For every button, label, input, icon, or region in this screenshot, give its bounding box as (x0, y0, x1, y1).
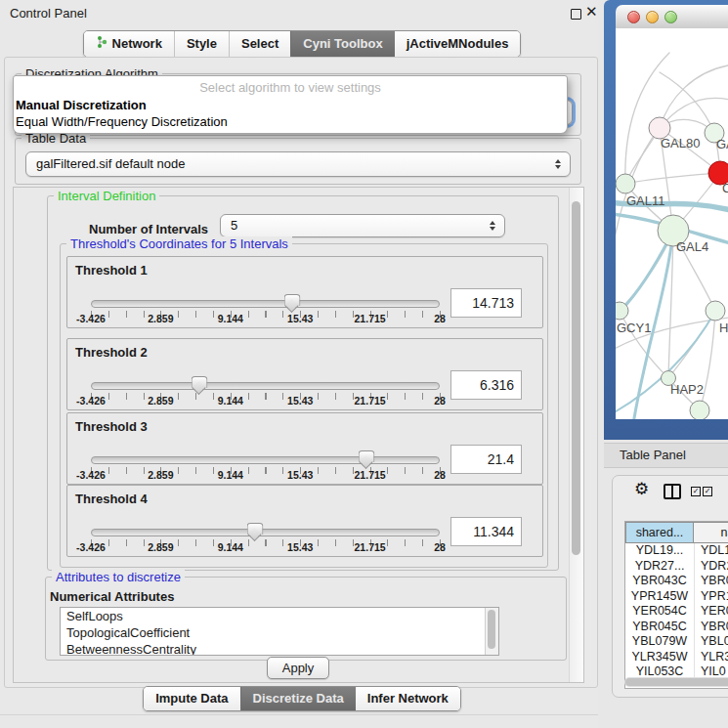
threshold-value-field[interactable]: 11.344 (450, 517, 522, 546)
slider-thumb[interactable] (191, 376, 207, 388)
settings-scrollbar[interactable] (569, 188, 583, 682)
tick-label: 28 (434, 541, 446, 553)
cell[interactable]: YER0 (694, 604, 728, 620)
number-of-intervals-combobox[interactable]: 5 (220, 214, 505, 237)
slider-thumb[interactable] (283, 294, 300, 306)
scrollbar-thumb[interactable] (488, 610, 495, 649)
threshold-2-panel: Threshold 2 -3.426 2.859 9.144 15.43 21.… (66, 338, 543, 410)
network-canvas[interactable]: GAL80 GA C GAL11 GAL4 GCY1 H HAP2 (616, 28, 728, 419)
cell[interactable]: YBR043C (625, 574, 694, 589)
table-row[interactable]: YLR345WYLR3 (625, 650, 728, 665)
cell[interactable]: YPR145W (625, 589, 694, 605)
slider-track[interactable] (91, 529, 440, 536)
list-item[interactable]: BetweennessCentrality (61, 641, 498, 656)
checkbox-icon[interactable]: ✓ (703, 487, 712, 496)
combo-arrows-icon (490, 221, 495, 231)
zoom-traffic-light[interactable] (664, 11, 677, 23)
cell[interactable]: YLR3 (694, 650, 728, 665)
cell[interactable]: YPR1 (694, 589, 728, 605)
number-of-intervals-value: 5 (231, 218, 237, 233)
cell[interactable]: YLR345W (625, 650, 694, 665)
tab-jactivemnodules[interactable]: jActiveMNodules (395, 31, 521, 57)
slider-thumb[interactable] (359, 450, 375, 462)
checkbox-icon[interactable]: ✓ (691, 487, 701, 496)
table-row[interactable]: YER054CYER0 (625, 604, 728, 620)
slider-track[interactable] (91, 300, 440, 308)
tab-label: Select (241, 36, 278, 51)
tab-label: jActiveMNodules (407, 36, 509, 51)
threshold-1-panel: Threshold 1 -3.426 2.859 9.144 15.43 21.… (66, 256, 543, 328)
column-header-name[interactable]: na (694, 522, 728, 543)
threshold-value-field[interactable]: 21.4 (450, 445, 522, 474)
table-row[interactable]: YPR145WYPR1 (625, 589, 728, 605)
slider-track[interactable] (91, 382, 440, 390)
threshold-3-panel: Threshold 3 -3.426 2.859 9.144 15.43 21.… (66, 412, 543, 485)
tab-impute-data[interactable]: Impute Data (144, 687, 239, 710)
tick-label: 9.144 (218, 313, 243, 324)
minimize-traffic-light[interactable] (646, 11, 659, 23)
slider-thumb[interactable] (246, 523, 263, 535)
cell[interactable]: YBL079W (625, 634, 694, 650)
threshold-value-field[interactable]: 6.316 (450, 370, 522, 400)
list-scrollbar[interactable] (485, 608, 498, 655)
tab-cyni-toolbox[interactable]: Cyni Toolbox (290, 31, 394, 57)
node-gal11[interactable] (616, 174, 635, 193)
table-horizontal-scrollbar[interactable] (624, 677, 728, 687)
node-h-clipped[interactable] (706, 301, 725, 321)
top-tab-bar: Network Style Select Cyni Toolbox jActiv… (0, 30, 604, 57)
tick-label: 15.43 (287, 395, 313, 407)
combo-arrows-icon (555, 159, 561, 169)
cell[interactable]: YBR0 (694, 620, 728, 635)
group-title: Interval Definition (54, 189, 159, 203)
node-bottom-clipped[interactable] (690, 401, 709, 419)
close-icon[interactable]: ✕ (585, 3, 598, 21)
dropdown-item-manual-discretization[interactable]: Manual Discretization (14, 98, 567, 114)
tab-style[interactable]: Style (174, 31, 229, 57)
table-row[interactable]: YBL079WYBL0 (625, 634, 728, 650)
apply-button[interactable]: Apply (267, 657, 329, 679)
table-row[interactable]: YDR27...YDR2 (625, 559, 728, 575)
table-row[interactable]: YBR043CYBR0 (625, 574, 728, 589)
tab-network[interactable]: Network (84, 31, 174, 57)
table-row[interactable]: YDL19...YDL1 (625, 543, 728, 559)
tick-label: 15.43 (287, 313, 313, 324)
tick-label: 15.43 (287, 469, 313, 481)
tab-infer-network[interactable]: Infer Network (356, 687, 460, 710)
column-header-shared-name[interactable]: shared... (625, 522, 694, 543)
node-label: HAP2 (670, 382, 704, 397)
cell[interactable]: YDL1 (694, 543, 728, 559)
slider-track[interactable] (91, 456, 440, 464)
cell[interactable]: YBR0 (694, 574, 728, 589)
scrollbar-thumb[interactable] (572, 201, 580, 555)
gear-icon[interactable]: ⚙ (634, 479, 649, 499)
threshold-label: Threshold 1 (75, 263, 148, 278)
cell[interactable]: YBL0 (694, 634, 728, 650)
cell[interactable]: YER054C (625, 604, 694, 620)
tick-label: 28 (434, 395, 446, 407)
dropdown-prompt-item[interactable]: Select algorithm to view settings (14, 80, 567, 98)
columns-icon[interactable] (664, 484, 681, 499)
top-tab-group: Network Style Select Cyni Toolbox jActiv… (83, 30, 522, 58)
cell[interactable]: YDR27... (625, 559, 694, 575)
tab-discretize-data[interactable]: Discretize Data (240, 687, 356, 710)
numerical-attributes-list[interactable]: SelfLoops TopologicalCoefficient Between… (60, 607, 499, 656)
scrollbar-thumb[interactable] (625, 678, 728, 686)
network-window-titlebar[interactable] (616, 5, 728, 29)
float-window-icon[interactable] (571, 9, 581, 20)
table-data-combobox[interactable]: galFiltered.sif default node (25, 151, 571, 177)
node-gcy1[interactable] (616, 302, 628, 320)
network-graph-icon (96, 35, 107, 52)
cell[interactable]: YBR045C (625, 620, 694, 635)
threshold-value-field[interactable]: 14.713 (450, 288, 522, 318)
cell[interactable]: YDL19... (625, 543, 694, 559)
tick-label: 28 (434, 313, 446, 324)
list-item[interactable]: SelfLoops (61, 608, 498, 624)
tab-select[interactable]: Select (229, 31, 290, 57)
close-traffic-light[interactable] (627, 11, 640, 23)
tick-label: 9.144 (218, 541, 243, 553)
tick-label: 28 (434, 469, 446, 481)
cell[interactable]: YDR2 (694, 559, 728, 575)
dropdown-item-equal-width-frequency[interactable]: Equal Width/Frequency Discretization (14, 114, 567, 131)
list-item[interactable]: TopologicalCoefficient (61, 624, 498, 641)
table-row[interactable]: YBR045CYBR0 (625, 620, 728, 635)
